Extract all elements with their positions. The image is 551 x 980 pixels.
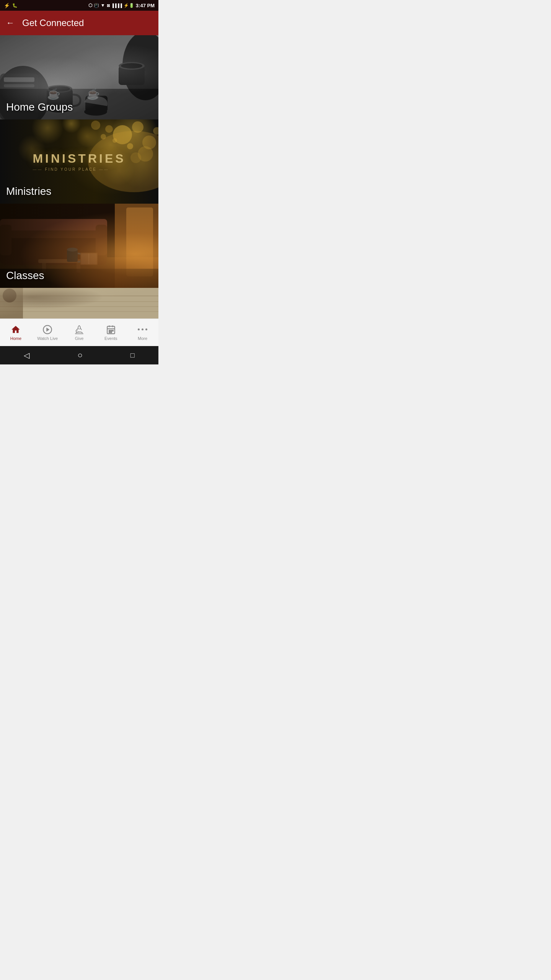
svg-point-15 xyxy=(121,63,142,69)
svg-point-10 xyxy=(46,85,72,93)
svg-rect-40 xyxy=(0,225,11,255)
svg-rect-70 xyxy=(111,332,112,333)
svg-rect-42 xyxy=(38,259,84,263)
vibrate-icon: 📳 xyxy=(94,3,99,8)
svg-rect-39 xyxy=(0,219,107,230)
svg-marker-61 xyxy=(47,328,49,331)
svg-point-26 xyxy=(91,121,100,130)
svg-rect-59 xyxy=(0,288,158,318)
svg-point-29 xyxy=(112,138,117,143)
svg-point-16 xyxy=(84,108,107,116)
bottom-navigation: Home Watch Live Give xyxy=(0,318,158,346)
svg-rect-69 xyxy=(109,332,110,333)
svg-rect-41 xyxy=(96,225,107,255)
give-nav-label: Give xyxy=(75,336,84,341)
svg-point-14 xyxy=(119,62,145,70)
status-icons-right: ⬡ 📳 ▼ ⊠ ▐▐▐▐ ⚡🔋 3:47 PM xyxy=(88,3,155,8)
svg-point-27 xyxy=(138,146,153,162)
watch-live-nav-label: Watch Live xyxy=(37,336,58,341)
svg-rect-36 xyxy=(126,207,153,276)
ministries-overlay: MINISTRIES FIND YOUR PLACE xyxy=(33,152,126,172)
svg-point-31 xyxy=(101,134,106,139)
svg-rect-44 xyxy=(77,263,80,273)
classes-card[interactable]: Classes xyxy=(0,204,158,288)
back-button[interactable]: ← xyxy=(6,18,15,28)
home-icon xyxy=(11,325,21,335)
svg-point-46 xyxy=(67,248,78,252)
svg-rect-68 xyxy=(112,330,113,331)
svg-point-24 xyxy=(142,136,156,149)
svg-point-21 xyxy=(113,125,132,144)
svg-rect-66 xyxy=(109,330,110,331)
more-nav-label: More xyxy=(138,336,147,341)
system-nav-bar: ◁ ○ □ xyxy=(0,346,158,364)
svg-point-25 xyxy=(127,143,133,149)
system-back-button[interactable]: ◁ xyxy=(15,348,39,363)
svg-rect-17 xyxy=(85,96,108,112)
home-groups-label: Home Groups xyxy=(6,101,73,113)
content-area: Home Groups xyxy=(0,35,158,318)
signal-block-icon: ⊠ xyxy=(107,3,110,8)
svg-point-22 xyxy=(132,121,143,133)
page-title: Get Connected xyxy=(22,18,84,28)
svg-rect-53 xyxy=(0,296,158,296)
svg-rect-47 xyxy=(80,253,98,265)
battery-icon: ⚡🔋 xyxy=(124,3,134,8)
svg-point-11 xyxy=(49,86,70,91)
nav-item-events[interactable]: Events xyxy=(95,325,127,341)
svg-rect-55 xyxy=(0,306,158,307)
svg-rect-48 xyxy=(81,253,97,264)
nav-item-home[interactable]: Home xyxy=(0,325,32,341)
page-header: ← Get Connected xyxy=(0,11,158,35)
watch-live-icon xyxy=(42,325,52,335)
home-groups-card[interactable]: Home Groups xyxy=(0,35,158,119)
svg-rect-38 xyxy=(0,227,107,238)
svg-point-7 xyxy=(122,35,158,100)
status-bar: ⚡ 🐛 ⬡ 📳 ▼ ⊠ ▐▐▐▐ ⚡🔋 3:47 PM xyxy=(0,0,158,11)
svg-point-58 xyxy=(3,289,16,302)
svg-point-28 xyxy=(153,127,158,135)
svg-rect-13 xyxy=(119,66,145,85)
nav-item-watch-live[interactable]: Watch Live xyxy=(32,325,64,341)
ministries-overlay-title: MINISTRIES xyxy=(33,152,126,166)
svg-point-12 xyxy=(121,69,147,78)
home-nav-label: Home xyxy=(10,336,21,341)
svg-rect-35 xyxy=(115,204,158,288)
nav-item-give[interactable]: Give xyxy=(64,325,95,341)
bluetooth-icon: ⬡ xyxy=(88,3,92,8)
give-icon xyxy=(74,325,84,335)
svg-point-30 xyxy=(130,152,141,163)
system-home-button[interactable]: ○ xyxy=(68,347,91,363)
nav-item-more[interactable]: More xyxy=(127,325,158,341)
svg-rect-67 xyxy=(111,330,112,331)
classes-label: Classes xyxy=(6,270,44,282)
partial-card[interactable] xyxy=(0,288,158,318)
partial-illustration xyxy=(0,288,158,318)
svg-point-23 xyxy=(105,125,113,133)
svg-rect-37 xyxy=(0,234,107,265)
svg-rect-52 xyxy=(0,288,158,318)
status-icons-left: ⚡ 🐛 xyxy=(4,3,18,8)
more-icon xyxy=(138,325,147,335)
events-icon xyxy=(106,325,116,335)
ministries-label: Ministries xyxy=(6,185,51,198)
ministries-card[interactable]: MINISTRIES FIND YOUR PLACE Ministries xyxy=(0,119,158,204)
wifi-icon: ▼ xyxy=(101,3,105,8)
svg-rect-5 xyxy=(4,77,34,82)
svg-rect-45 xyxy=(67,250,78,262)
system-recent-button[interactable]: □ xyxy=(121,348,144,363)
time-display: 3:47 PM xyxy=(136,3,155,8)
svg-rect-6 xyxy=(4,84,34,87)
bug-icon: 🐛 xyxy=(12,3,18,8)
ministries-overlay-subtitle: FIND YOUR PLACE xyxy=(33,167,126,172)
partial-bg xyxy=(0,288,158,318)
svg-rect-56 xyxy=(0,311,158,312)
svg-rect-57 xyxy=(0,288,23,318)
svg-rect-54 xyxy=(0,301,158,302)
signal-icon: ▐▐▐▐ xyxy=(111,3,122,8)
events-nav-label: Events xyxy=(104,336,117,341)
usb-icon: ⚡ xyxy=(4,3,10,8)
